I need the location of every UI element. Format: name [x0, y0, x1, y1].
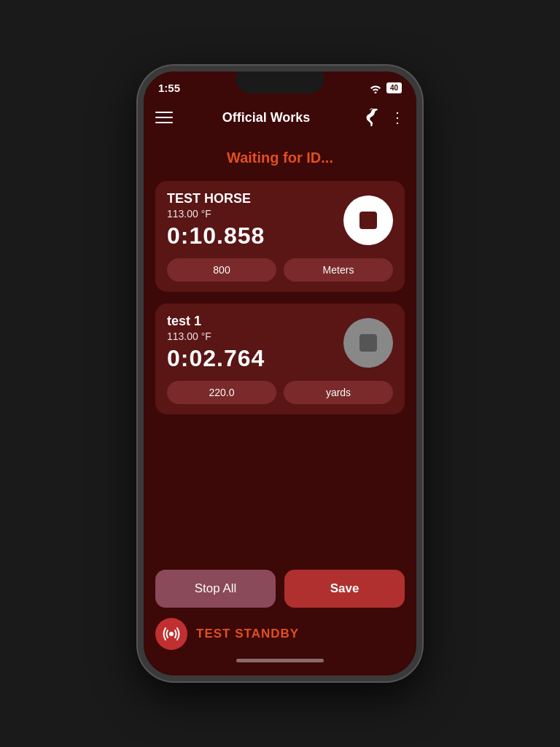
battery-indicator: 40 [386, 82, 402, 93]
stop-square-1 [359, 212, 377, 229]
signal-antenna-icon [162, 624, 181, 643]
home-indicator [236, 659, 324, 662]
horse-logo-icon[interactable] [359, 106, 383, 129]
wifi-icon [369, 83, 382, 93]
temperature-1: 113.00 °F [167, 208, 343, 220]
footer-bar: TEST STANDBY [155, 618, 405, 656]
distance-tag-2[interactable]: 220.0 [167, 381, 276, 404]
footer-status-text: TEST STANDBY [196, 627, 299, 641]
screen: 1:55 40 Official Works ⋮ [144, 71, 416, 676]
app-header: Official Works ⋮ [144, 100, 416, 138]
bottom-area: Stop All Save TEST STANDBY [144, 561, 416, 676]
card-2-bottom: 220.0 yards [167, 381, 393, 404]
main-content: Waiting for ID... TEST HORSE 113.00 °F 0… [144, 138, 416, 561]
card-1-info: TEST HORSE 113.00 °F 0:10.858 [167, 191, 343, 249]
waiting-text: Waiting for ID... [155, 150, 405, 166]
unit-tag-1[interactable]: Meters [284, 258, 393, 282]
action-buttons: Stop All Save [155, 570, 405, 608]
notch [236, 71, 324, 93]
header-title: Official Works [222, 110, 311, 125]
stop-square-2 [359, 334, 377, 352]
horse-name-1: TEST HORSE [167, 191, 343, 206]
card-1-top: TEST HORSE 113.00 °F 0:10.858 [167, 191, 393, 249]
unit-tag-2[interactable]: yards [284, 381, 393, 404]
save-button[interactable]: Save [284, 570, 405, 608]
status-time: 1:55 [158, 82, 180, 94]
hamburger-menu[interactable] [155, 112, 173, 123]
header-right: ⋮ [359, 106, 405, 129]
stop-button-1[interactable] [343, 196, 393, 245]
distance-tag-1[interactable]: 800 [167, 258, 276, 282]
status-icons: 40 [369, 82, 402, 93]
horse-name-2: test 1 [167, 314, 343, 329]
more-options-icon[interactable]: ⋮ [390, 110, 405, 125]
timer-card-2: test 1 113.00 °F 0:02.764 220.0 yards [155, 303, 405, 414]
footer-icon-container [155, 618, 187, 650]
phone-frame: 1:55 40 Official Works ⋮ [138, 66, 422, 681]
stop-button-2[interactable] [343, 318, 393, 368]
timer-card-1: TEST HORSE 113.00 °F 0:10.858 800 Meters [155, 181, 405, 292]
svg-point-0 [169, 632, 174, 636]
card-2-info: test 1 113.00 °F 0:02.764 [167, 314, 343, 372]
timer-1: 0:10.858 [167, 222, 343, 249]
card-1-bottom: 800 Meters [167, 258, 393, 282]
stop-all-button[interactable]: Stop All [155, 570, 276, 608]
status-bar: 1:55 40 [144, 71, 416, 100]
card-2-top: test 1 113.00 °F 0:02.764 [167, 314, 393, 372]
temperature-2: 113.00 °F [167, 330, 343, 342]
timer-2: 0:02.764 [167, 345, 343, 372]
